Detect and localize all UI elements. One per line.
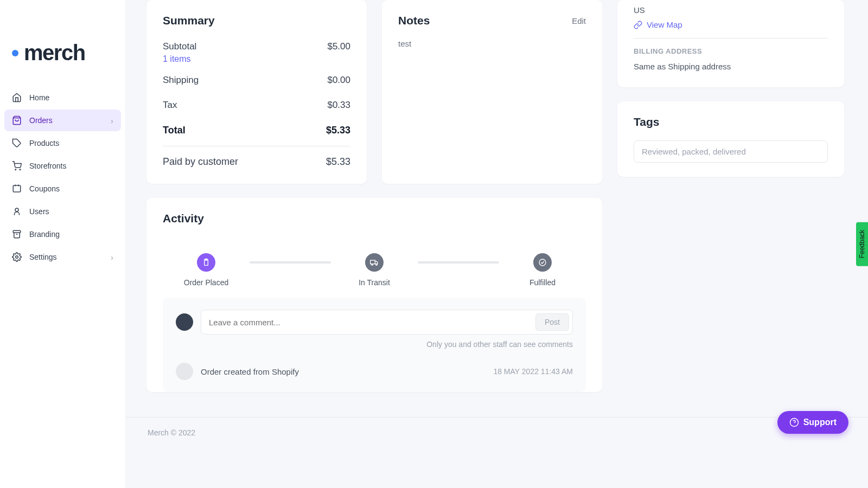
- logo-text: merch: [24, 41, 85, 65]
- truck-icon: [365, 253, 384, 272]
- main-content: Summary Subtotal $5.00 1 items Shipping …: [126, 0, 868, 488]
- home-icon: [12, 93, 22, 102]
- nav-label: Orders: [29, 116, 53, 125]
- logo: merch: [0, 0, 125, 87]
- nav-settings[interactable]: Settings ›: [4, 246, 121, 268]
- nav-label: Home: [29, 93, 49, 102]
- billing-title: BILLING ADDRESS: [634, 47, 828, 55]
- system-avatar: [176, 363, 193, 380]
- svg-point-10: [16, 256, 18, 259]
- step-in-transit: In Transit: [331, 253, 418, 287]
- activity-title: Activity: [163, 212, 586, 225]
- user-avatar: [176, 313, 193, 331]
- billing-same: Same as Shipping address: [634, 62, 828, 71]
- copyright: Merch © 2022: [148, 428, 195, 437]
- tax-label: Tax: [163, 100, 177, 111]
- help-icon: [789, 418, 799, 427]
- post-button[interactable]: Post: [535, 313, 569, 331]
- comment-input[interactable]: [209, 318, 535, 327]
- link-icon: [634, 21, 642, 29]
- edit-notes-link[interactable]: Edit: [572, 16, 586, 25]
- nav-products[interactable]: Products: [4, 132, 121, 154]
- svg-point-15: [376, 264, 378, 266]
- tax-value: $0.33: [327, 100, 350, 111]
- notes-body: test: [398, 39, 586, 48]
- step-label: Fulfilled: [529, 278, 556, 287]
- nav-label: Branding: [29, 230, 60, 239]
- nav-label: Products: [29, 139, 59, 147]
- feedback-label: Feedback: [858, 230, 866, 259]
- nav-users[interactable]: Users: [4, 201, 121, 222]
- clipboard-icon: [197, 253, 215, 272]
- step-connector: [250, 261, 331, 264]
- archive-icon: [12, 229, 22, 239]
- paid-label: Paid by customer: [163, 156, 238, 168]
- shipping-label: Shipping: [163, 75, 199, 86]
- check-circle-icon: [533, 253, 552, 272]
- notes-card: Notes Edit test: [382, 0, 602, 184]
- tags-card: Tags: [617, 101, 844, 177]
- nav-storefronts[interactable]: Storefronts: [4, 155, 121, 177]
- svg-point-3: [20, 169, 21, 170]
- nav-home[interactable]: Home: [4, 87, 121, 108]
- divider: [163, 146, 350, 146]
- tag-icon: [12, 138, 22, 148]
- tags-title: Tags: [634, 115, 828, 129]
- nav-branding[interactable]: Branding: [4, 223, 121, 245]
- shipping-value: $0.00: [327, 75, 350, 86]
- svg-rect-8: [13, 230, 21, 233]
- activity-card: Activity Order Placed: [146, 198, 602, 392]
- sidebar: merch Home Orders › Products Storefronts: [0, 0, 126, 488]
- nav-label: Coupons: [29, 184, 60, 193]
- coupon-icon: [12, 184, 22, 194]
- comment-input-wrapper: Post: [201, 310, 573, 335]
- svg-point-7: [15, 208, 18, 211]
- activity-log-text: Order created from Shopify: [201, 367, 486, 376]
- gear-icon: [12, 252, 22, 262]
- support-button[interactable]: Support: [777, 411, 848, 434]
- nav-orders[interactable]: Orders ›: [4, 110, 121, 131]
- view-map-text: View Map: [647, 20, 682, 29]
- tags-input[interactable]: [634, 140, 828, 163]
- svg-point-2: [15, 169, 16, 170]
- activity-steps: Order Placed In Transit: [163, 237, 586, 298]
- notes-title: Notes: [398, 14, 430, 27]
- paid-value: $5.33: [326, 156, 350, 168]
- summary-card: Summary Subtotal $5.00 1 items Shipping …: [146, 0, 367, 184]
- step-fulfilled: Fulfilled: [499, 253, 586, 287]
- subtotal-label: Subtotal: [163, 41, 196, 52]
- address-card: US View Map BILLING ADDRESS Same as Ship…: [617, 0, 844, 87]
- support-label: Support: [803, 418, 837, 427]
- step-connector: [418, 261, 499, 264]
- nav-label: Settings: [29, 253, 57, 261]
- step-label: Order Placed: [184, 278, 228, 287]
- nav-coupons[interactable]: Coupons: [4, 178, 121, 200]
- step-label: In Transit: [359, 278, 390, 287]
- view-map-link[interactable]: View Map: [634, 20, 828, 29]
- bag-icon: [12, 115, 22, 125]
- comment-section: Post Only you and other staff can see co…: [163, 298, 586, 392]
- logo-dot-icon: [12, 50, 18, 56]
- chevron-right-icon: ›: [111, 116, 113, 125]
- total-label: Total: [163, 125, 186, 136]
- main-nav: Home Orders › Products Storefronts Coupo…: [0, 87, 125, 268]
- user-icon: [12, 207, 22, 216]
- chevron-right-icon: ›: [111, 253, 113, 262]
- nav-label: Storefronts: [29, 162, 66, 170]
- nav-label: Users: [29, 207, 49, 216]
- address-country: US: [634, 5, 828, 15]
- subtotal-value: $5.00: [327, 41, 350, 52]
- divider: [634, 38, 828, 38]
- cart-icon: [12, 161, 22, 171]
- summary-title: Summary: [163, 14, 350, 27]
- feedback-tab[interactable]: Feedback: [856, 222, 868, 266]
- svg-rect-13: [371, 260, 375, 264]
- footer: Merch © 2022: [126, 417, 868, 448]
- items-link[interactable]: 1 items: [163, 54, 350, 64]
- svg-point-14: [372, 264, 373, 266]
- comment-privacy-note: Only you and other staff can see comment…: [176, 340, 573, 349]
- svg-rect-4: [13, 185, 21, 192]
- activity-log-time: 18 MAY 2022 11:43 AM: [493, 367, 573, 376]
- step-order-placed: Order Placed: [163, 253, 250, 287]
- total-value: $5.33: [326, 125, 350, 136]
